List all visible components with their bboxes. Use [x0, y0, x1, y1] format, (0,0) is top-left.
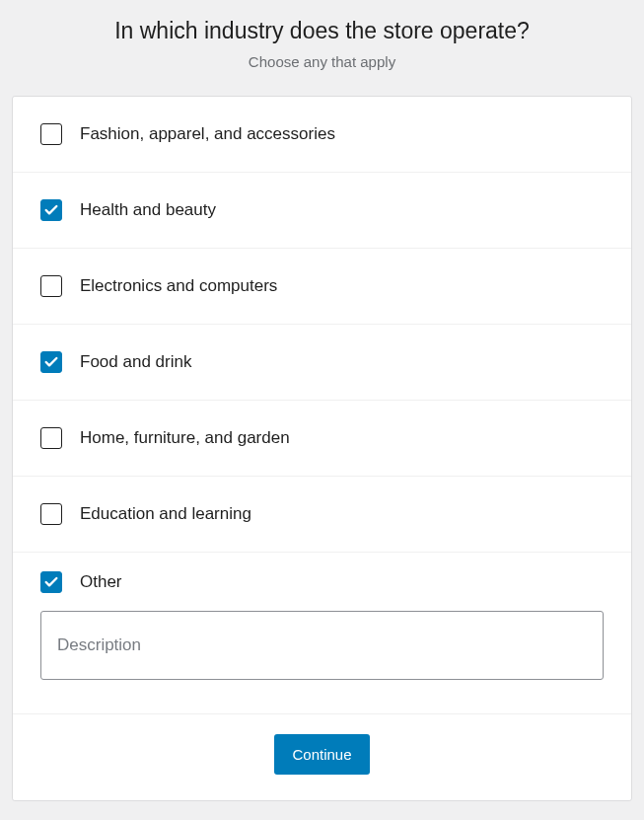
card-footer: Continue — [13, 714, 631, 800]
checkbox-home[interactable] — [40, 427, 62, 449]
check-icon — [43, 574, 59, 590]
industry-page: In which industry does the store operate… — [0, 0, 644, 801]
other-description-input[interactable] — [40, 611, 604, 680]
option-label-education: Education and learning — [80, 504, 251, 524]
option-education[interactable]: Education and learning — [13, 477, 631, 553]
option-electronics[interactable]: Electronics and computers — [13, 249, 631, 325]
page-subtitle: Choose any that apply — [12, 53, 632, 70]
checkbox-education[interactable] — [40, 503, 62, 525]
page-title: In which industry does the store operate… — [12, 18, 632, 44]
check-icon — [43, 354, 59, 370]
option-label-food: Food and drink — [80, 352, 191, 372]
option-label-fashion: Fashion, apparel, and accessories — [80, 124, 335, 144]
checkbox-food[interactable] — [40, 351, 62, 373]
option-fashion[interactable]: Fashion, apparel, and accessories — [13, 97, 631, 173]
option-home[interactable]: Home, furniture, and garden — [13, 401, 631, 477]
option-health[interactable]: Health and beauty — [13, 173, 631, 249]
option-other[interactable]: Other — [40, 571, 604, 593]
checkbox-other[interactable] — [40, 571, 62, 593]
checkbox-health[interactable] — [40, 199, 62, 221]
option-label-health: Health and beauty — [80, 200, 216, 220]
option-food[interactable]: Food and drink — [13, 325, 631, 401]
option-label-home: Home, furniture, and garden — [80, 428, 290, 448]
options-card: Fashion, apparel, and accessories Health… — [12, 96, 632, 801]
checkbox-fashion[interactable] — [40, 123, 62, 145]
page-header: In which industry does the store operate… — [12, 18, 632, 70]
option-other-block: Other — [13, 553, 631, 714]
continue-button[interactable]: Continue — [274, 734, 369, 775]
option-label-other: Other — [80, 572, 122, 592]
option-label-electronics: Electronics and computers — [80, 276, 277, 296]
checkbox-electronics[interactable] — [40, 275, 62, 297]
check-icon — [43, 202, 59, 218]
